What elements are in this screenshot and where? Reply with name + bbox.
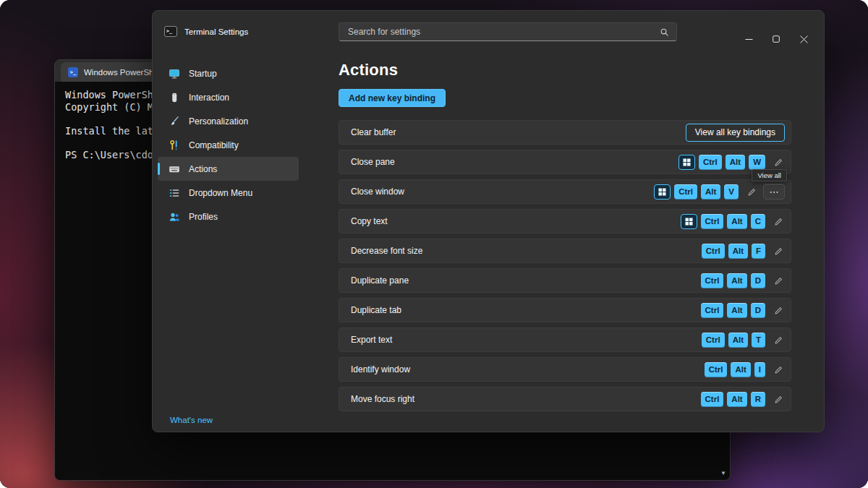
key-ctrl: Ctrl <box>701 214 724 229</box>
win-key <box>678 155 695 170</box>
powershell-tab-title: Windows PowerShell <box>84 68 162 77</box>
settings-sidebar: StartupInteractionPersonalizationCompati… <box>153 51 333 432</box>
action-controls: CtrlAltR <box>701 392 785 407</box>
action-row: Copy textCtrlAltC <box>339 209 791 234</box>
sidebar-item-label: Startup <box>189 69 217 79</box>
sidebar-item-personalization[interactable]: Personalization <box>158 109 299 133</box>
win-key <box>681 214 697 229</box>
interaction-icon <box>169 92 180 103</box>
action-label: Close window <box>351 187 654 197</box>
key-ctrl: Ctrl <box>699 155 722 170</box>
sidebar-item-actions[interactable]: Actions <box>158 157 299 181</box>
sidebar-item-label: Dropdown Menu <box>189 188 252 198</box>
window-controls <box>737 28 815 50</box>
key-w: W <box>749 155 765 170</box>
edit-binding-button[interactable] <box>772 304 785 317</box>
edit-binding-button[interactable] <box>772 155 785 168</box>
add-new-key-binding-button[interactable]: Add new key binding <box>339 89 446 107</box>
keyboard-icon <box>169 163 180 175</box>
action-controls: CtrlAltC <box>681 214 785 229</box>
action-controls: CtrlAltD <box>701 273 785 288</box>
key-alt: Alt <box>727 303 746 318</box>
action-controls: CtrlAltI <box>705 362 785 377</box>
sidebar-item-label: Interaction <box>189 93 229 103</box>
action-row: Close windowCtrlAltV⋯View all <box>339 179 791 204</box>
edit-binding-button[interactable] <box>772 215 785 228</box>
key-alt: Alt <box>727 214 746 229</box>
key-f: F <box>752 244 765 259</box>
key-ctrl: Ctrl <box>701 392 724 407</box>
settings-content: Actions Add new key binding Clear buffer… <box>339 51 791 432</box>
terminal-settings-icon: >_ <box>164 26 177 37</box>
edit-binding-button[interactable] <box>772 244 785 257</box>
action-label: Duplicate tab <box>351 305 701 315</box>
more-options-button[interactable]: ⋯ <box>763 184 785 200</box>
action-label: Move focus right <box>351 394 701 404</box>
page-title: Actions <box>339 61 791 80</box>
view-all-key-bindings-button[interactable]: View all key bindings <box>686 124 785 142</box>
action-row: Export textCtrlAltT <box>339 328 791 352</box>
edit-binding-button[interactable] <box>745 185 758 198</box>
sidebar-item-interaction[interactable]: Interaction <box>158 85 299 109</box>
key-v: V <box>724 184 739 200</box>
close-button[interactable] <box>792 28 815 50</box>
scrollbar-down-arrow[interactable]: ▼ <box>720 471 726 476</box>
people-icon <box>169 211 180 223</box>
window-title: Terminal Settings <box>184 27 248 36</box>
sidebar-item-startup[interactable]: Startup <box>158 61 299 85</box>
sidebar-item-profiles[interactable]: Profiles <box>158 205 299 228</box>
minimize-button[interactable] <box>737 28 760 50</box>
whats-new-link[interactable]: What's new <box>170 416 213 424</box>
sidebar-item-compatibility[interactable]: Compatibility <box>158 133 299 157</box>
action-label: Duplicate pane <box>351 275 701 286</box>
key-t: T <box>752 333 765 348</box>
action-row: Close paneCtrlAltW <box>339 150 791 174</box>
key-ctrl: Ctrl <box>674 184 697 200</box>
key-ctrl: Ctrl <box>702 244 725 259</box>
sidebar-item-dropdown-menu[interactable]: Dropdown Menu <box>158 181 299 205</box>
key-alt: Alt <box>726 155 745 170</box>
tools-icon <box>169 140 180 151</box>
action-row: Clear bufferView all key bindings <box>339 120 791 145</box>
actions-list: Clear bufferView all key bindingsClose p… <box>339 120 791 411</box>
action-row: Decrease font sizeCtrlAltF <box>339 239 791 263</box>
action-row: Move focus rightCtrlAltR <box>339 387 791 411</box>
action-controls: CtrlAltW <box>678 155 785 170</box>
selected-indicator <box>158 163 160 175</box>
key-i: I <box>754 362 765 377</box>
action-row: Duplicate paneCtrlAltD <box>339 268 791 293</box>
action-controls: CtrlAltD <box>701 303 785 318</box>
edit-binding-button[interactable] <box>772 363 785 376</box>
action-controls: CtrlAltV⋯View all <box>654 184 785 200</box>
key-ctrl: Ctrl <box>701 303 724 318</box>
action-label: Clear buffer <box>351 127 686 137</box>
monitor-icon <box>169 68 180 80</box>
win-key <box>654 184 671 200</box>
maximize-button[interactable] <box>765 28 788 50</box>
powershell-icon: >_ <box>68 67 78 77</box>
edit-binding-button[interactable] <box>772 333 785 346</box>
key-ctrl: Ctrl <box>701 273 724 288</box>
key-ctrl: Ctrl <box>702 333 725 348</box>
terminal-settings-window: >_ Terminal Settings StartupInteractionP… <box>152 10 825 432</box>
key-alt: Alt <box>731 362 750 377</box>
action-row: Identify windowCtrlAltI <box>339 357 791 382</box>
search-input[interactable] <box>346 26 660 38</box>
sidebar-item-label: Actions <box>189 164 217 174</box>
action-controls: CtrlAltT <box>702 333 785 348</box>
sidebar-item-label: Profiles <box>189 212 218 222</box>
sidebar-item-label: Personalization <box>189 116 248 127</box>
key-r: R <box>751 392 765 407</box>
list-icon <box>169 187 180 199</box>
action-label: Export text <box>351 335 702 345</box>
sidebar-list: StartupInteractionPersonalizationCompati… <box>153 61 333 228</box>
action-label: Identify window <box>351 364 705 374</box>
edit-binding-button[interactable] <box>772 274 785 287</box>
action-label: Decrease font size <box>351 246 702 256</box>
key-alt: Alt <box>728 333 748 348</box>
key-alt: Alt <box>727 273 746 288</box>
edit-binding-button[interactable] <box>772 393 785 406</box>
settings-search-box[interactable] <box>339 22 677 41</box>
action-label: Copy text <box>351 216 681 226</box>
key-alt: Alt <box>728 244 748 259</box>
